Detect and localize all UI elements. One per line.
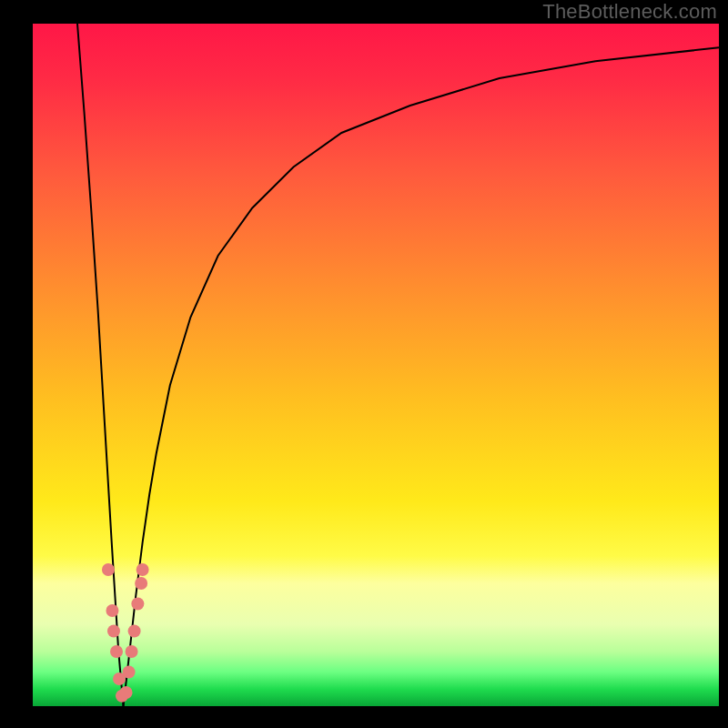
curve-right-branch bbox=[124, 47, 719, 706]
data-point bbox=[123, 666, 136, 679]
data-point bbox=[136, 563, 149, 576]
data-point bbox=[131, 598, 144, 611]
plot-area bbox=[33, 24, 719, 706]
curve-left-branch bbox=[77, 24, 124, 706]
curve-group bbox=[77, 24, 719, 706]
chart-frame: TheBottleneck.com bbox=[0, 0, 728, 728]
data-point bbox=[120, 686, 133, 699]
data-point bbox=[110, 645, 123, 658]
watermark-text: TheBottleneck.com bbox=[542, 0, 717, 24]
chart-svg bbox=[33, 24, 719, 706]
data-point bbox=[102, 563, 115, 576]
data-point bbox=[107, 625, 120, 638]
data-point bbox=[135, 577, 147, 590]
data-point bbox=[126, 645, 138, 658]
data-point bbox=[128, 625, 141, 638]
data-point bbox=[106, 604, 118, 617]
